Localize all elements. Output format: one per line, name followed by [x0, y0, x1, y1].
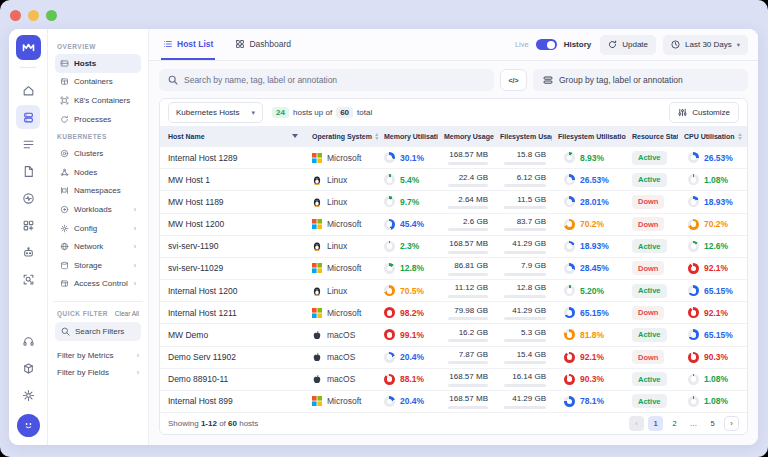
- page-button-1[interactable]: 1: [648, 416, 663, 431]
- group-by-button[interactable]: Group by tag, label or annotation: [533, 69, 748, 91]
- cpu-utilisation: 26.53%: [678, 147, 747, 168]
- docs-icon[interactable]: [16, 159, 40, 183]
- table-row[interactable]: svi-serv-11029Microsoft12.8%86.81 GB7.9 …: [160, 257, 747, 279]
- cpu-donut: [688, 241, 699, 252]
- query-code-button[interactable]: </>: [500, 69, 527, 91]
- sidebar-item-processes[interactable]: Processes: [55, 110, 141, 129]
- host-name: Demo Serv 11902: [160, 347, 306, 368]
- close-button[interactable]: [10, 10, 21, 21]
- table-row[interactable]: MW Host 1189Linux9.7%2.64 MB11.5 GB28.01…: [160, 190, 747, 212]
- table-row[interactable]: Demo Serv 11902macOS20.4%7.87 GB15.4 GB9…: [160, 346, 747, 368]
- user-avatar[interactable]: [17, 414, 40, 437]
- table-row[interactable]: MW Host 1Linux5.4%22.4 GB6.12 GB26.53%Ac…: [160, 168, 747, 190]
- filesystem-utilisation: 5.20%: [552, 280, 626, 301]
- memory-utilisation: 5.4%: [378, 169, 438, 190]
- support-icon[interactable]: [16, 329, 40, 353]
- sidebar-item-workloads[interactable]: Workloads›: [55, 200, 141, 219]
- hosts-icon: [60, 59, 69, 68]
- memory-usage: 2.6 GB: [448, 217, 488, 232]
- update-button[interactable]: Update: [600, 35, 656, 55]
- apm-icon[interactable]: [16, 186, 40, 210]
- table-row[interactable]: Internal Host 1200Linux70.5%11.12 GB12.8…: [160, 279, 747, 301]
- table-row[interactable]: Internal Host 899Microsoft20.4%168.57 MB…: [160, 390, 747, 412]
- tab-host-list[interactable]: Host List: [161, 29, 215, 60]
- integrations-icon[interactable]: [16, 356, 40, 380]
- page-button-2[interactable]: 2: [667, 416, 682, 431]
- zoom-button[interactable]: [46, 10, 57, 21]
- table-row[interactable]: Demo 88910-11macOS88.1%168.57 MB16.14 GB…: [160, 368, 747, 390]
- sidebar-item-nodes[interactable]: Nodes: [55, 163, 141, 182]
- customize-button[interactable]: Customize: [669, 102, 739, 123]
- operating-system: macOS: [306, 347, 378, 368]
- filesystem-usage: 6.12 GB: [494, 169, 552, 190]
- column-header-filesystem-usage[interactable]: Filesystem Usage: [494, 126, 552, 146]
- macos-icon: [312, 352, 322, 362]
- sidebar-item-storage[interactable]: Storage›: [55, 256, 141, 275]
- column-header-filesystem-utilisation[interactable]: Filesystem Utilisation: [552, 126, 626, 146]
- settings-icon[interactable]: [16, 383, 40, 407]
- host-type-select[interactable]: Kubernetes Hosts ▾: [168, 102, 263, 123]
- filesystem-usage: 41.29 GB: [494, 302, 552, 323]
- time-range-select[interactable]: Last 30 Days ▾: [663, 35, 748, 55]
- column-header-cpu-utilisation[interactable]: CPU Utilisation: [678, 126, 747, 146]
- column-header-resource-state[interactable]: Resource State: [626, 126, 678, 146]
- app-logo-icon[interactable]: [16, 35, 41, 60]
- prev-page-button[interactable]: ‹: [629, 416, 644, 431]
- page-button-5[interactable]: 5: [705, 416, 720, 431]
- table-row[interactable]: Internal Host 1289Microsoft30.1%168.57 M…: [160, 146, 747, 168]
- operating-system: Linux: [306, 191, 378, 212]
- memory-usage: 11.12 GB: [448, 283, 488, 298]
- table-row[interactable]: MW Host 1200Microsoft45.4%2.6 GB83.7 GB7…: [160, 213, 747, 235]
- sidebar-item-k8-s-containers[interactable]: K8's Containers: [55, 91, 141, 110]
- column-header-memory-usage[interactable]: Memory Usage: [438, 126, 494, 146]
- sidebar-item-filter-by-fields[interactable]: Filter by Fields›: [55, 364, 141, 381]
- sidebar-item-filter-by-metrics[interactable]: Filter by Metrics›: [55, 347, 141, 364]
- host-search-input[interactable]: Search by name, tag, label or annotation: [159, 69, 494, 91]
- linux-icon: [312, 197, 322, 207]
- operating-system: macOS: [306, 324, 378, 345]
- alerts-bot-icon[interactable]: [16, 240, 40, 264]
- filesystem-usage: 5.3 GB: [494, 324, 552, 345]
- column-header-host-name[interactable]: Host Name: [160, 126, 306, 146]
- sidebar-item-access-control[interactable]: Access Control›: [55, 275, 141, 294]
- infrastructure-icon[interactable]: [16, 105, 40, 129]
- history-label: History: [564, 40, 592, 49]
- synthetics-icon[interactable]: [16, 267, 40, 291]
- host-name: Internal Host 899: [160, 391, 306, 412]
- status-badge: Active: [632, 328, 667, 342]
- logs-icon[interactable]: [16, 132, 40, 156]
- sidebar-item-hosts[interactable]: Hosts: [55, 54, 141, 73]
- table-row[interactable]: svi-serv-1190Linux2.3%168.57 MB41.29 GB1…: [160, 235, 747, 257]
- filesystem-utilisation: 28.01%: [552, 191, 626, 212]
- memory-usage: 16.2 GB: [448, 328, 488, 343]
- column-header-operating-system[interactable]: Operating System: [306, 126, 378, 146]
- sidebar-item-containers[interactable]: Containers: [55, 73, 141, 92]
- chevron-right-icon: ›: [134, 243, 136, 250]
- memory-utilisation: 45.4%: [378, 214, 438, 235]
- table-row[interactable]: MW DemomacOS99.1%16.2 GB5.3 GB81.8%Activ…: [160, 323, 747, 345]
- sidebar-item-network[interactable]: Network›: [55, 237, 141, 256]
- operating-system: Linux: [306, 169, 378, 190]
- access-control-icon: [60, 279, 69, 288]
- filesystem-donut: [564, 174, 575, 185]
- sidebar-item-clusters[interactable]: Clusters: [55, 144, 141, 163]
- clear-all-link[interactable]: Clear All: [115, 310, 139, 317]
- filesystem-utilisation: 70.2%: [552, 214, 626, 235]
- column-header-memory-utilisation[interactable]: Memory Utilisation: [378, 126, 438, 146]
- live-history-toggle[interactable]: [536, 39, 557, 50]
- microsoft-icon: [312, 308, 322, 318]
- minimize-button[interactable]: [28, 10, 39, 21]
- dashboards-icon[interactable]: [16, 213, 40, 237]
- next-page-button[interactable]: ›: [724, 416, 739, 431]
- filter-search-input[interactable]: Search Filters: [55, 322, 141, 341]
- home-icon[interactable]: [16, 78, 40, 102]
- tab-dashboard[interactable]: Dashboard: [233, 29, 293, 60]
- memory-utilisation: 98.2%: [378, 302, 438, 323]
- table-toolbar: Kubernetes Hosts ▾ 24 hosts up of 60 tot…: [160, 99, 747, 126]
- sidebar-item-namespaces[interactable]: Namespaces: [55, 182, 141, 201]
- resource-state: Down: [626, 347, 678, 368]
- sidebar-item-config[interactable]: Config›: [55, 219, 141, 238]
- containers-icon: [60, 77, 69, 86]
- table-row[interactable]: Internal Host 1211Microsoft98.2%79.98 GB…: [160, 301, 747, 323]
- host-name: MW Host 1: [160, 169, 306, 190]
